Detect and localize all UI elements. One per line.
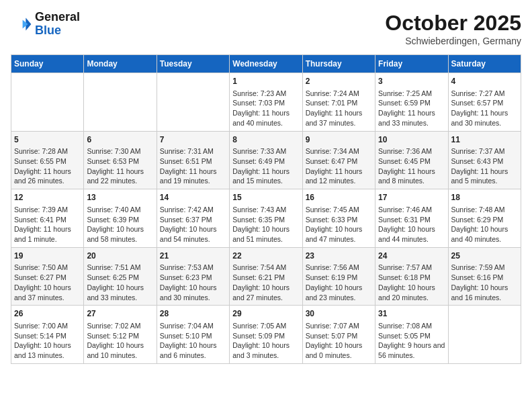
day-info: Sunrise: 7:07 AM Sunset: 5:07 PM Dayligh… [306, 321, 372, 361]
day-info: Sunrise: 7:48 AM Sunset: 6:29 PM Dayligh… [451, 205, 518, 244]
calendar-cell: 7Sunrise: 7:31 AM Sunset: 6:51 PM Daylig… [157, 131, 229, 189]
day-number: 2 [306, 76, 372, 87]
day-number: 21 [160, 250, 226, 262]
day-info: Sunrise: 7:45 AM Sunset: 6:33 PM Dayligh… [306, 205, 372, 244]
calendar-cell: 12Sunrise: 7:39 AM Sunset: 6:41 PM Dayli… [11, 189, 84, 248]
calendar-cell: 20Sunrise: 7:51 AM Sunset: 6:25 PM Dayli… [84, 247, 157, 306]
calendar-cell: 23Sunrise: 7:56 AM Sunset: 6:19 PM Dayli… [302, 247, 375, 306]
weekday-header-wednesday: Wednesday [230, 55, 302, 73]
calendar-cell: 19Sunrise: 7:50 AM Sunset: 6:27 PM Dayli… [11, 247, 84, 306]
day-info: Sunrise: 7:04 AM Sunset: 5:10 PM Dayligh… [160, 321, 226, 361]
calendar-cell: 29Sunrise: 7:05 AM Sunset: 5:09 PM Dayli… [230, 306, 302, 364]
location: Schwieberdingen, Germany [385, 36, 521, 46]
page-header: General Blue October 2025 Schwieberdinge… [11, 11, 521, 46]
weekday-header-friday: Friday [375, 55, 448, 73]
calendar-cell: 5Sunrise: 7:28 AM Sunset: 6:55 PM Daylig… [11, 131, 84, 189]
day-number: 29 [232, 308, 299, 320]
weekday-header-saturday: Saturday [448, 55, 521, 73]
day-number: 10 [378, 134, 445, 146]
calendar-cell [11, 73, 84, 132]
calendar-cell: 18Sunrise: 7:48 AM Sunset: 6:29 PM Dayli… [448, 189, 521, 248]
calendar-cell: 8Sunrise: 7:33 AM Sunset: 6:49 PM Daylig… [230, 131, 302, 189]
logo: General Blue [11, 11, 80, 38]
calendar-cell [84, 73, 157, 132]
day-info: Sunrise: 7:42 AM Sunset: 6:37 PM Dayligh… [160, 205, 226, 244]
day-number: 11 [451, 134, 518, 146]
day-number: 16 [306, 192, 372, 203]
day-number: 24 [378, 250, 445, 262]
day-info: Sunrise: 7:43 AM Sunset: 6:35 PM Dayligh… [232, 205, 299, 244]
weekday-header-thursday: Thursday [302, 55, 375, 73]
day-info: Sunrise: 7:00 AM Sunset: 5:14 PM Dayligh… [14, 321, 81, 361]
week-row-5: 26Sunrise: 7:00 AM Sunset: 5:14 PM Dayli… [11, 306, 521, 364]
calendar-cell: 11Sunrise: 7:37 AM Sunset: 6:43 PM Dayli… [448, 131, 521, 189]
day-info: Sunrise: 7:46 AM Sunset: 6:31 PM Dayligh… [378, 205, 445, 244]
week-row-4: 19Sunrise: 7:50 AM Sunset: 6:27 PM Dayli… [11, 247, 521, 306]
day-info: Sunrise: 7:02 AM Sunset: 5:12 PM Dayligh… [87, 321, 153, 361]
calendar-cell: 17Sunrise: 7:46 AM Sunset: 6:31 PM Dayli… [375, 189, 448, 248]
day-number: 22 [232, 250, 299, 262]
day-number: 3 [378, 76, 445, 87]
calendar-cell: 4Sunrise: 7:27 AM Sunset: 6:57 PM Daylig… [448, 73, 521, 132]
day-number: 28 [160, 308, 226, 320]
day-info: Sunrise: 7:59 AM Sunset: 6:16 PM Dayligh… [451, 263, 518, 302]
calendar-cell [448, 306, 521, 364]
day-number: 19 [14, 250, 81, 262]
calendar-table: SundayMondayTuesdayWednesdayThursdayFrid… [11, 54, 521, 364]
month-title: October 2025 [385, 11, 521, 36]
calendar-cell: 27Sunrise: 7:02 AM Sunset: 5:12 PM Dayli… [84, 306, 157, 364]
week-row-1: 1Sunrise: 7:23 AM Sunset: 7:03 PM Daylig… [11, 73, 521, 132]
calendar-cell: 31Sunrise: 7:08 AM Sunset: 5:05 PM Dayli… [375, 306, 448, 364]
weekday-header-row: SundayMondayTuesdayWednesdayThursdayFrid… [11, 55, 521, 73]
calendar-cell: 28Sunrise: 7:04 AM Sunset: 5:10 PM Dayli… [157, 306, 229, 364]
day-info: Sunrise: 7:08 AM Sunset: 5:05 PM Dayligh… [378, 321, 445, 361]
day-info: Sunrise: 7:28 AM Sunset: 6:55 PM Dayligh… [14, 146, 81, 186]
day-number: 8 [232, 134, 299, 146]
day-info: Sunrise: 7:37 AM Sunset: 6:43 PM Dayligh… [451, 146, 518, 186]
calendar-cell: 24Sunrise: 7:57 AM Sunset: 6:18 PM Dayli… [375, 247, 448, 306]
day-info: Sunrise: 7:33 AM Sunset: 6:49 PM Dayligh… [232, 146, 299, 186]
calendar-cell: 22Sunrise: 7:54 AM Sunset: 6:21 PM Dayli… [230, 247, 302, 306]
day-info: Sunrise: 7:27 AM Sunset: 6:57 PM Dayligh… [451, 89, 518, 128]
day-number: 30 [306, 308, 372, 320]
day-info: Sunrise: 7:39 AM Sunset: 6:41 PM Dayligh… [14, 205, 81, 244]
day-info: Sunrise: 7:51 AM Sunset: 6:25 PM Dayligh… [87, 263, 153, 302]
week-row-2: 5Sunrise: 7:28 AM Sunset: 6:55 PM Daylig… [11, 131, 521, 189]
week-row-3: 12Sunrise: 7:39 AM Sunset: 6:41 PM Dayli… [11, 189, 521, 248]
day-info: Sunrise: 7:50 AM Sunset: 6:27 PM Dayligh… [14, 263, 81, 302]
calendar-cell: 10Sunrise: 7:36 AM Sunset: 6:45 PM Dayli… [375, 131, 448, 189]
day-number: 13 [87, 192, 153, 203]
day-info: Sunrise: 7:24 AM Sunset: 7:01 PM Dayligh… [306, 89, 372, 128]
day-number: 9 [306, 134, 372, 146]
weekday-header-monday: Monday [84, 55, 157, 73]
calendar-cell: 26Sunrise: 7:00 AM Sunset: 5:14 PM Dayli… [11, 306, 84, 364]
day-info: Sunrise: 7:36 AM Sunset: 6:45 PM Dayligh… [378, 146, 445, 186]
day-number: 6 [87, 134, 153, 146]
day-number: 5 [14, 134, 81, 146]
day-number: 7 [160, 134, 226, 146]
calendar-cell: 9Sunrise: 7:34 AM Sunset: 6:47 PM Daylig… [302, 131, 375, 189]
day-info: Sunrise: 7:56 AM Sunset: 6:19 PM Dayligh… [306, 263, 372, 302]
day-number: 14 [160, 192, 226, 203]
day-number: 4 [451, 76, 518, 87]
day-number: 1 [232, 76, 299, 87]
weekday-header-tuesday: Tuesday [157, 55, 229, 73]
calendar-cell: 6Sunrise: 7:30 AM Sunset: 6:53 PM Daylig… [84, 131, 157, 189]
day-info: Sunrise: 7:25 AM Sunset: 6:59 PM Dayligh… [378, 89, 445, 128]
calendar-cell: 14Sunrise: 7:42 AM Sunset: 6:37 PM Dayli… [157, 189, 229, 248]
calendar-cell: 25Sunrise: 7:59 AM Sunset: 6:16 PM Dayli… [448, 247, 521, 306]
calendar-cell: 30Sunrise: 7:07 AM Sunset: 5:07 PM Dayli… [302, 306, 375, 364]
day-info: Sunrise: 7:30 AM Sunset: 6:53 PM Dayligh… [87, 146, 153, 186]
day-number: 18 [451, 192, 518, 203]
day-number: 20 [87, 250, 153, 262]
logo-icon [11, 13, 32, 35]
calendar-cell: 2Sunrise: 7:24 AM Sunset: 7:01 PM Daylig… [302, 73, 375, 132]
day-info: Sunrise: 7:57 AM Sunset: 6:18 PM Dayligh… [378, 263, 445, 302]
calendar-cell [157, 73, 229, 132]
calendar-cell: 13Sunrise: 7:40 AM Sunset: 6:39 PM Dayli… [84, 189, 157, 248]
calendar-cell: 15Sunrise: 7:43 AM Sunset: 6:35 PM Dayli… [230, 189, 302, 248]
day-number: 31 [378, 308, 445, 320]
day-number: 25 [451, 250, 518, 262]
day-info: Sunrise: 7:23 AM Sunset: 7:03 PM Dayligh… [232, 89, 299, 128]
day-info: Sunrise: 7:40 AM Sunset: 6:39 PM Dayligh… [87, 205, 153, 244]
